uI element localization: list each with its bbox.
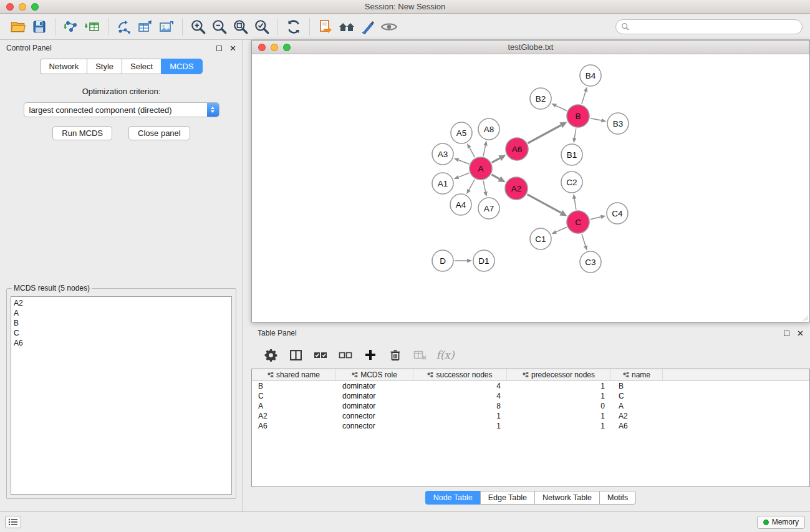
table-cell[interactable]: dominator bbox=[336, 401, 413, 411]
zoom-in-icon[interactable] bbox=[188, 16, 209, 37]
eye-icon[interactable] bbox=[378, 16, 400, 37]
minimize-window-button[interactable] bbox=[19, 3, 26, 11]
table-row[interactable]: A2connector11A2 bbox=[252, 411, 809, 421]
zoom-window-button[interactable] bbox=[31, 3, 39, 11]
delete-table-icon[interactable] bbox=[412, 347, 428, 363]
neighbors-icon[interactable] bbox=[315, 16, 336, 37]
table-cell[interactable]: 1 bbox=[507, 391, 611, 401]
gear-icon[interactable] bbox=[263, 347, 279, 363]
import-network-icon[interactable] bbox=[60, 16, 82, 37]
table-cell[interactable]: dominator bbox=[336, 381, 413, 391]
column-header[interactable]: successor nodes bbox=[413, 369, 507, 380]
tab-select[interactable]: Select bbox=[122, 59, 161, 74]
add-icon[interactable] bbox=[362, 347, 378, 363]
table-cell[interactable]: A6 bbox=[252, 421, 336, 431]
column-header[interactable]: shared name bbox=[252, 369, 336, 380]
table-cell[interactable]: C bbox=[252, 391, 336, 401]
table-cell[interactable]: 1 bbox=[413, 421, 507, 431]
save-session-icon[interactable] bbox=[29, 16, 50, 37]
table-cell[interactable]: dominator bbox=[336, 391, 413, 401]
tab-edge-table[interactable]: Edge Table bbox=[480, 491, 534, 505]
table-cell[interactable]: A bbox=[252, 401, 336, 411]
graph-edge[interactable] bbox=[556, 105, 566, 110]
table-cell[interactable]: 1 bbox=[413, 411, 507, 421]
table-cell[interactable]: B bbox=[611, 381, 663, 391]
column-header[interactable]: name bbox=[611, 369, 663, 380]
graph-edge[interactable] bbox=[528, 195, 561, 213]
table-cell[interactable]: connector bbox=[336, 411, 413, 421]
select-all-icon[interactable] bbox=[312, 347, 329, 363]
result-list-item[interactable]: C bbox=[14, 328, 229, 338]
table-cell[interactable]: C bbox=[611, 391, 663, 401]
resize-handle[interactable] bbox=[801, 314, 809, 321]
graph-edge[interactable] bbox=[470, 148, 475, 158]
export-table-icon[interactable] bbox=[135, 16, 156, 37]
graph-edge[interactable] bbox=[582, 234, 586, 246]
result-list-item[interactable]: B bbox=[14, 318, 229, 328]
graph-edge[interactable] bbox=[591, 118, 602, 120]
graph-edge[interactable] bbox=[483, 145, 486, 156]
graph-edge[interactable] bbox=[469, 180, 475, 190]
graph-edge[interactable] bbox=[491, 175, 499, 179]
table-row[interactable]: Bdominator41B bbox=[252, 381, 809, 391]
network-canvas[interactable]: B4B2BB3A5A8A6B1A3AC2A1A2A4A7C4CC1C3DD1 bbox=[252, 54, 809, 322]
minimize-network-window-button[interactable] bbox=[271, 44, 278, 51]
delete-icon[interactable] bbox=[387, 347, 403, 363]
graph-edge[interactable] bbox=[574, 199, 576, 210]
table-row[interactable]: Cdominator41C bbox=[252, 391, 809, 401]
graph-edge[interactable] bbox=[574, 128, 576, 138]
graph-edge[interactable] bbox=[458, 173, 469, 177]
table-cell[interactable]: B bbox=[252, 381, 336, 391]
columns-icon[interactable] bbox=[287, 347, 304, 363]
result-list-item[interactable]: A6 bbox=[14, 338, 229, 348]
zoom-network-window-button[interactable] bbox=[283, 44, 291, 51]
table-cell[interactable]: A bbox=[611, 401, 663, 411]
graph-edge[interactable] bbox=[458, 160, 469, 164]
home-icon[interactable] bbox=[336, 16, 357, 37]
table-cell[interactable]: 0 bbox=[507, 401, 611, 411]
style-icon[interactable] bbox=[357, 16, 378, 37]
search-field[interactable] bbox=[615, 19, 803, 34]
zoom-selected-icon[interactable] bbox=[251, 16, 272, 37]
open-session-icon[interactable] bbox=[7, 16, 29, 37]
close-network-window-button[interactable] bbox=[258, 44, 266, 51]
export-network-icon[interactable] bbox=[113, 16, 135, 37]
graph-edge[interactable] bbox=[591, 217, 601, 220]
tab-node-table[interactable]: Node Table bbox=[425, 491, 480, 505]
table-cell[interactable]: 4 bbox=[413, 391, 507, 401]
zoom-out-icon[interactable] bbox=[209, 16, 230, 37]
tab-network-table[interactable]: Network Table bbox=[534, 491, 599, 505]
close-panel-button[interactable]: Close panel bbox=[128, 126, 190, 140]
criterion-select[interactable]: largest connected component (directed) bbox=[24, 102, 219, 117]
select-stepper-icon[interactable] bbox=[207, 103, 219, 117]
close-panel-icon[interactable]: ✕ bbox=[229, 44, 236, 52]
table-cell[interactable]: A2 bbox=[252, 411, 336, 421]
import-table-icon[interactable] bbox=[82, 16, 103, 37]
export-image-icon[interactable] bbox=[156, 16, 177, 37]
tab-style[interactable]: Style bbox=[87, 59, 122, 74]
graph-edge[interactable] bbox=[556, 227, 567, 232]
memory-button[interactable]: Memory bbox=[757, 516, 805, 529]
run-mcds-button[interactable]: Run MCDS bbox=[52, 126, 112, 140]
table-cell[interactable]: A2 bbox=[611, 411, 663, 421]
graph-edge[interactable] bbox=[483, 181, 486, 192]
table-cell[interactable]: A6 bbox=[611, 421, 663, 431]
table-cell[interactable]: connector bbox=[336, 421, 413, 431]
refresh-icon[interactable] bbox=[283, 16, 304, 37]
search-input[interactable] bbox=[632, 22, 797, 31]
table-row[interactable]: Adominator80A bbox=[252, 401, 809, 411]
column-header[interactable]: predecessor nodes bbox=[507, 369, 611, 380]
unselect-all-icon[interactable] bbox=[337, 347, 354, 363]
table-cell[interactable]: 1 bbox=[507, 411, 611, 421]
table-cell[interactable]: 1 bbox=[507, 421, 611, 431]
column-header[interactable]: MCDS role bbox=[336, 369, 413, 380]
result-list-item[interactable]: A2 bbox=[14, 298, 229, 308]
table-cell[interactable]: 4 bbox=[413, 381, 507, 391]
tab-network[interactable]: Network bbox=[40, 59, 87, 74]
tab-motifs[interactable]: Motifs bbox=[599, 491, 636, 505]
table-cell[interactable]: 1 bbox=[507, 381, 611, 391]
tab-mcds[interactable]: MCDS bbox=[161, 59, 202, 74]
graph-edge[interactable] bbox=[582, 92, 586, 104]
task-history-icon[interactable] bbox=[5, 516, 21, 528]
graph-edge[interactable] bbox=[528, 125, 561, 143]
